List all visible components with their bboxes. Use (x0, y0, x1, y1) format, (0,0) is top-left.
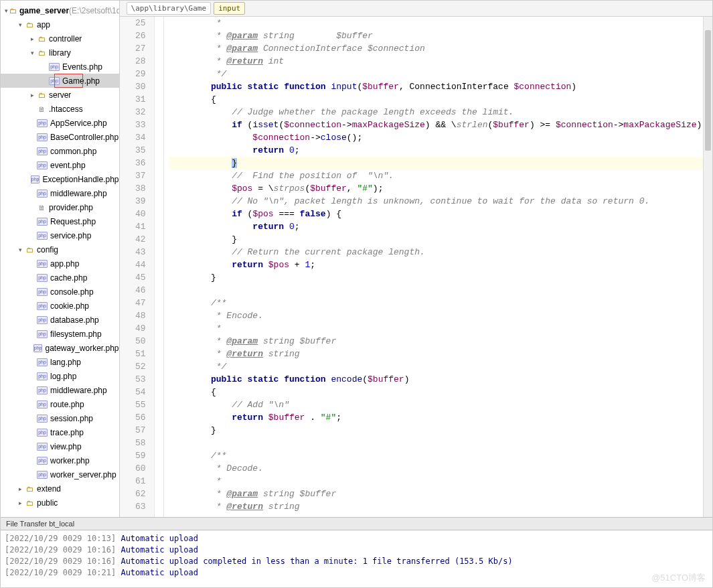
tree-item[interactable]: phpcommon.php (1, 144, 119, 158)
code-line[interactable]: * @param string $buffer (169, 488, 712, 500)
tree-arrow-icon[interactable]: ▸ (29, 92, 35, 98)
code-line[interactable]: * @param ConnectionInterface $connection (169, 42, 712, 55)
code-line[interactable]: return 0; (169, 144, 712, 157)
tree-arrow-icon[interactable] (29, 190, 35, 197)
code-content[interactable]: * * @param string $buffer * @param Conne… (164, 17, 712, 517)
code-line[interactable]: * @param string $buffer (169, 335, 712, 348)
tree-arrow-icon[interactable] (29, 471, 35, 478)
chevron-down-icon[interactable]: ▾ (5, 7, 8, 14)
code-line[interactable]: * (169, 17, 712, 29)
tree-item[interactable]: phpworker_server.php (1, 467, 119, 482)
code-line[interactable]: * (169, 475, 712, 488)
code-line[interactable]: return $buffer . "#"; (169, 411, 712, 424)
tree-arrow-icon[interactable] (29, 218, 35, 225)
tree-arrow-icon[interactable]: ▸ (29, 35, 35, 42)
tree-item[interactable]: phpfilesystem.php (1, 327, 119, 341)
code-line[interactable]: * @param string $buffer (169, 29, 712, 42)
tree-item[interactable]: phproute.php (1, 397, 119, 411)
tree-item[interactable]: phpview.php (1, 439, 119, 453)
code-line[interactable]: public static function input($buffer, Co… (169, 80, 712, 93)
tree-arrow-icon[interactable]: ▾ (17, 246, 23, 253)
project-tree[interactable]: ▾🗀game_server (E:\2setsoft\1dev\php▾🗀app… (1, 1, 120, 517)
tree-item[interactable]: phplog.php (1, 369, 119, 383)
code-line[interactable]: return 0; (169, 220, 712, 233)
tree-arrow-icon[interactable] (29, 387, 35, 394)
code-line[interactable]: } (169, 233, 712, 246)
tree-item[interactable]: phpservice.php (1, 228, 119, 242)
tree-item[interactable]: phpEvents.php (1, 60, 119, 74)
code-line[interactable]: } (169, 271, 712, 284)
tree-item[interactable]: phpgateway_worker.php (1, 341, 119, 355)
tree-arrow-icon[interactable] (41, 78, 48, 84)
tree-item[interactable]: phpRequest.php (1, 214, 119, 228)
tree-arrow-icon[interactable] (41, 64, 48, 70)
tree-item[interactable]: ▸🗀extend (1, 482, 119, 496)
code-line[interactable]: /** (169, 449, 712, 462)
editor-scrollbar[interactable] (703, 17, 712, 517)
log-panel-header[interactable]: File Transfer bt_local (1, 517, 712, 530)
tree-arrow-icon[interactable] (29, 429, 35, 436)
code-line[interactable]: /** (169, 297, 712, 309)
tree-arrow-icon[interactable]: ▸ (17, 486, 23, 492)
tree-arrow-icon[interactable] (29, 106, 35, 113)
log-panel[interactable]: [2022/10/29 0029 10:13] Automatic upload… (1, 530, 712, 587)
code-line[interactable]: } (169, 424, 712, 437)
code-line[interactable] (169, 284, 712, 297)
tree-arrow-icon[interactable] (29, 303, 35, 309)
code-line[interactable]: * Encode. (169, 309, 712, 322)
tree-arrow-icon[interactable] (29, 457, 35, 464)
tree-arrow-icon[interactable] (29, 176, 29, 183)
tree-item[interactable]: ▸🗀server (1, 88, 119, 102)
code-line[interactable]: if ($pos === false) { (169, 208, 712, 220)
tree-arrow-icon[interactable] (29, 261, 35, 267)
code-line[interactable]: $pos = \strpos($buffer, "#"); (169, 182, 712, 195)
code-line[interactable]: } (169, 157, 712, 169)
tree-item[interactable]: ▸🗀public (1, 496, 119, 510)
tree-arrow-icon[interactable] (29, 289, 35, 295)
tree-arrow-icon[interactable] (29, 345, 32, 352)
tree-item[interactable]: phptrace.php (1, 425, 119, 439)
tree-item[interactable]: phpapp.php (1, 256, 119, 271)
code-line[interactable]: * @return string (169, 500, 712, 513)
fold-gutter[interactable] (155, 17, 164, 517)
tree-item[interactable]: phpdatabase.php (1, 313, 119, 327)
breadcrumb-method[interactable]: input (214, 2, 245, 15)
tree-arrow-icon[interactable] (29, 443, 35, 450)
tree-item[interactable]: phpevent.php (1, 158, 119, 172)
code-line[interactable]: { (169, 93, 712, 106)
code-line[interactable] (169, 437, 712, 449)
tree-item[interactable]: ▾🗀config (1, 242, 119, 256)
tree-arrow-icon[interactable] (29, 134, 35, 141)
tree-item[interactable]: phpmiddleware.php (1, 186, 119, 200)
tree-item[interactable]: ▾🗀app (1, 17, 119, 31)
code-line[interactable]: * @return string (169, 348, 712, 360)
tree-item[interactable]: phpExceptionHandle.php (1, 172, 119, 186)
tree-arrow-icon[interactable] (29, 162, 35, 169)
tree-item[interactable]: phpBaseController.php (1, 130, 119, 144)
code-line[interactable]: // Return the current package length. (169, 246, 712, 259)
tree-arrow-icon[interactable] (29, 120, 35, 127)
code-line[interactable]: * Decode. (169, 462, 712, 475)
tree-arrow-icon[interactable] (29, 232, 35, 239)
tree-arrow-icon[interactable] (29, 317, 35, 323)
tree-item[interactable]: phpcookie.php (1, 299, 119, 313)
code-line[interactable]: if (isset($connection->maxPackageSize) &… (169, 119, 712, 131)
tree-item[interactable]: phpsession.php (1, 411, 119, 425)
tree-item[interactable]: 🗎.htaccess (1, 102, 119, 116)
tree-arrow-icon[interactable] (29, 204, 35, 211)
tree-item[interactable]: ▸🗀controller (1, 31, 119, 46)
tree-arrow-icon[interactable] (29, 415, 35, 422)
tree-item[interactable]: phpcache.php (1, 271, 119, 285)
code-line[interactable]: $connection->close(); (169, 131, 712, 144)
code-area[interactable]: 2526272829303132333435363738394041424344… (120, 17, 712, 517)
code-line[interactable]: * @return int (169, 55, 712, 68)
tree-arrow-icon[interactable]: ▸ (17, 500, 23, 506)
code-line[interactable]: * (169, 322, 712, 335)
tree-item[interactable]: phpworker.php (1, 453, 119, 467)
tree-arrow-icon[interactable] (29, 373, 35, 380)
tree-arrow-icon[interactable] (29, 359, 35, 366)
tree-item[interactable]: phplang.php (1, 355, 119, 369)
breadcrumb-path[interactable]: \app\library\Game (127, 2, 212, 15)
tree-item[interactable]: phpmiddleware.php (1, 383, 119, 397)
tree-item[interactable]: phpAppService.php (1, 116, 119, 130)
